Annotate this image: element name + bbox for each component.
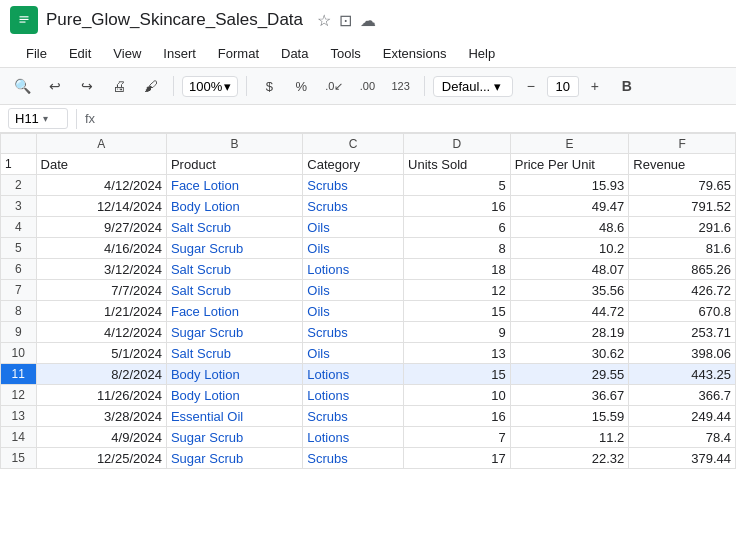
cell-price-per-unit[interactable]: 48.6 <box>510 217 629 238</box>
cell-revenue[interactable]: 379.44 <box>629 448 736 469</box>
row-header[interactable]: 4 <box>1 217 37 238</box>
cell-product[interactable]: Body Lotion <box>166 385 302 406</box>
cell-units-sold[interactable]: 15 <box>404 364 511 385</box>
cell-price-per-unit[interactable]: 15.59 <box>510 406 629 427</box>
col-header-d[interactable]: D <box>404 134 511 154</box>
cell-product[interactable]: Sugar Scrub <box>166 322 302 343</box>
cell-revenue[interactable]: 78.4 <box>629 427 736 448</box>
cell-ref[interactable]: H11 ▾ <box>8 108 68 129</box>
row-header[interactable]: 7 <box>1 280 37 301</box>
cell-product[interactable]: Body Lotion <box>166 196 302 217</box>
row-header[interactable]: 15 <box>1 448 37 469</box>
cell-date[interactable]: 12/25/2024 <box>36 448 166 469</box>
cell-price-per-unit[interactable]: 44.72 <box>510 301 629 322</box>
row-header[interactable]: 8 <box>1 301 37 322</box>
cell-product[interactable]: Sugar Scrub <box>166 238 302 259</box>
cell-date[interactable]: 4/12/2024 <box>36 175 166 196</box>
undo-button[interactable]: ↩ <box>41 72 69 100</box>
col-header-c[interactable]: C <box>303 134 404 154</box>
cell-price-per-unit[interactable]: 48.07 <box>510 259 629 280</box>
cell-units-sold[interactable]: 7 <box>404 427 511 448</box>
row-header[interactable]: 10 <box>1 343 37 364</box>
print-button[interactable]: 🖨 <box>105 72 133 100</box>
cell-category[interactable]: Oils <box>303 280 404 301</box>
menu-extensions[interactable]: Extensions <box>373 42 457 65</box>
cell-category[interactable]: Scrubs <box>303 175 404 196</box>
cell-product[interactable]: Sugar Scrub <box>166 427 302 448</box>
cell-units-sold[interactable]: 12 <box>404 280 511 301</box>
cell-revenue[interactable]: 398.06 <box>629 343 736 364</box>
folder-icon[interactable]: ⊡ <box>339 11 352 30</box>
cell-product[interactable]: Salt Scrub <box>166 280 302 301</box>
cell-units-sold[interactable]: 13 <box>404 343 511 364</box>
cell-f1[interactable]: Revenue <box>629 154 736 175</box>
cell-price-per-unit[interactable]: 49.47 <box>510 196 629 217</box>
cell-date[interactable]: 9/27/2024 <box>36 217 166 238</box>
cell-units-sold[interactable]: 9 <box>404 322 511 343</box>
cell-revenue[interactable]: 670.8 <box>629 301 736 322</box>
cell-date[interactable]: 11/26/2024 <box>36 385 166 406</box>
paint-format-button[interactable]: 🖌 <box>137 72 165 100</box>
percent-button[interactable]: % <box>287 72 315 100</box>
row-header[interactable]: 2 <box>1 175 37 196</box>
star-icon[interactable]: ☆ <box>317 11 331 30</box>
cell-category[interactable]: Oils <box>303 343 404 364</box>
row-header[interactable]: 12 <box>1 385 37 406</box>
cell-price-per-unit[interactable]: 36.67 <box>510 385 629 406</box>
cell-category[interactable]: Scrubs <box>303 406 404 427</box>
cell-price-per-unit[interactable]: 15.93 <box>510 175 629 196</box>
row-header[interactable]: 13 <box>1 406 37 427</box>
cell-category[interactable]: Scrubs <box>303 322 404 343</box>
cell-revenue[interactable]: 366.7 <box>629 385 736 406</box>
cell-category[interactable]: Lotions <box>303 259 404 280</box>
cell-product[interactable]: Face Lotion <box>166 301 302 322</box>
cell-product[interactable]: Salt Scrub <box>166 343 302 364</box>
decimal-increase-button[interactable]: .00 <box>353 72 381 100</box>
cell-units-sold[interactable]: 10 <box>404 385 511 406</box>
row-header[interactable]: 6 <box>1 259 37 280</box>
cell-price-per-unit[interactable]: 28.19 <box>510 322 629 343</box>
decimal-decrease-button[interactable]: .0↙ <box>319 72 349 100</box>
cell-category[interactable]: Oils <box>303 301 404 322</box>
cell-price-per-unit[interactable]: 10.2 <box>510 238 629 259</box>
cell-revenue[interactable]: 253.71 <box>629 322 736 343</box>
bold-button[interactable]: B <box>613 72 641 100</box>
cell-product[interactable]: Salt Scrub <box>166 259 302 280</box>
cell-units-sold[interactable]: 16 <box>404 406 511 427</box>
cell-units-sold[interactable]: 6 <box>404 217 511 238</box>
cell-a1[interactable]: Date <box>36 154 166 175</box>
row-header[interactable]: 11 <box>1 364 37 385</box>
cell-units-sold[interactable]: 15 <box>404 301 511 322</box>
col-header-e[interactable]: E <box>510 134 629 154</box>
font-size-box[interactable]: 10 <box>547 76 579 97</box>
cell-revenue[interactable]: 81.6 <box>629 238 736 259</box>
font-size-increase-button[interactable]: + <box>581 72 609 100</box>
cell-date[interactable]: 3/12/2024 <box>36 259 166 280</box>
menu-data[interactable]: Data <box>271 42 318 65</box>
cloud-icon[interactable]: ☁ <box>360 11 376 30</box>
cell-date[interactable]: 7/7/2024 <box>36 280 166 301</box>
menu-help[interactable]: Help <box>458 42 505 65</box>
cell-product[interactable]: Essential Oil <box>166 406 302 427</box>
cell-revenue[interactable]: 79.65 <box>629 175 736 196</box>
row-header[interactable]: 14 <box>1 427 37 448</box>
number-format-button[interactable]: 123 <box>385 72 415 100</box>
cell-ref-dropdown-icon[interactable]: ▾ <box>43 113 48 124</box>
currency-button[interactable]: $ <box>255 72 283 100</box>
cell-date[interactable]: 3/28/2024 <box>36 406 166 427</box>
cell-units-sold[interactable]: 16 <box>404 196 511 217</box>
cell-date[interactable]: 8/2/2024 <box>36 364 166 385</box>
menu-insert[interactable]: Insert <box>153 42 206 65</box>
cell-category[interactable]: Oils <box>303 217 404 238</box>
row-header[interactable]: 9 <box>1 322 37 343</box>
cell-revenue[interactable]: 249.44 <box>629 406 736 427</box>
cell-price-per-unit[interactable]: 11.2 <box>510 427 629 448</box>
row-header[interactable]: 3 <box>1 196 37 217</box>
cell-d1[interactable]: Units Sold <box>404 154 511 175</box>
menu-edit[interactable]: Edit <box>59 42 101 65</box>
font-size-decrease-button[interactable]: − <box>517 72 545 100</box>
menu-tools[interactable]: Tools <box>320 42 370 65</box>
cell-c1[interactable]: Category <box>303 154 404 175</box>
cell-date[interactable]: 1/21/2024 <box>36 301 166 322</box>
cell-product[interactable]: Face Lotion <box>166 175 302 196</box>
